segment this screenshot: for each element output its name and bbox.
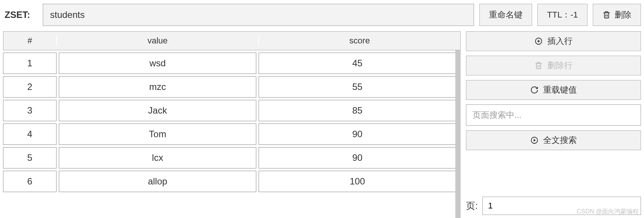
table-row[interactable]: 3Jack85 xyxy=(3,100,461,121)
table-row[interactable]: 5lcx90 xyxy=(3,147,461,168)
fulltext-search-button[interactable]: 全文搜索 xyxy=(466,130,641,150)
table-row[interactable]: 2mzc55 xyxy=(3,76,461,98)
table-pane: # value score 1wsd452mzc553Jack854Tom905… xyxy=(3,31,461,218)
col-index[interactable]: # xyxy=(3,36,57,46)
cell-value: mzc xyxy=(59,76,256,98)
scrollbar[interactable] xyxy=(455,50,461,218)
cell-index: 4 xyxy=(3,123,57,145)
page-label: 页: xyxy=(466,200,478,212)
reload-button[interactable]: 重载键值 xyxy=(466,80,641,100)
page-number-input[interactable] xyxy=(482,197,641,215)
side-panel: 插入行 删除行 重载键值 全文搜索 xyxy=(466,31,641,218)
play-circle-icon xyxy=(530,136,539,144)
insert-row-label: 插入行 xyxy=(547,35,573,47)
cell-score: 55 xyxy=(259,76,456,98)
table-row[interactable]: 6allop100 xyxy=(3,171,461,192)
insert-row-button[interactable]: 插入行 xyxy=(466,31,641,51)
ttl-label: TTL：-1 xyxy=(547,9,578,21)
rename-label: 重命名键 xyxy=(489,9,523,21)
cell-score: 100 xyxy=(259,171,456,192)
delete-row-label: 删除行 xyxy=(547,60,573,71)
delete-key-button[interactable]: 删除 xyxy=(593,4,641,26)
cell-score: 45 xyxy=(259,53,456,74)
plus-circle-icon xyxy=(534,37,543,45)
col-value[interactable]: value xyxy=(57,36,259,46)
delete-label: 删除 xyxy=(615,9,631,21)
table-body: 1wsd452mzc553Jack854Tom905lcx906allop100 xyxy=(3,50,461,218)
table-row[interactable]: 1wsd45 xyxy=(3,53,461,74)
cell-score: 90 xyxy=(259,147,456,168)
table-header: # value score xyxy=(3,31,461,50)
cell-index: 2 xyxy=(3,76,57,98)
cell-value: Tom xyxy=(59,123,256,145)
cell-score: 90 xyxy=(259,123,456,145)
trash-icon xyxy=(602,11,611,19)
page-search-input[interactable] xyxy=(466,104,641,126)
cell-value: wsd xyxy=(59,53,256,74)
trash-icon xyxy=(534,61,543,70)
key-type-label: ZSET: xyxy=(3,10,37,20)
cell-value: Jack xyxy=(59,100,256,121)
rename-key-button[interactable]: 重命名键 xyxy=(479,4,532,26)
cell-index: 5 xyxy=(3,147,57,168)
refresh-icon xyxy=(530,86,539,94)
top-bar: ZSET: 重命名键 TTL：-1 删除 xyxy=(3,4,641,26)
key-name-input[interactable] xyxy=(43,4,474,26)
cell-score: 85 xyxy=(259,100,456,121)
fulltext-search-label: 全文搜索 xyxy=(543,135,577,146)
delete-row-button[interactable]: 删除行 xyxy=(466,56,641,75)
cell-value: lcx xyxy=(59,147,256,168)
cell-index: 3 xyxy=(3,100,57,121)
cell-index: 1 xyxy=(3,53,57,74)
cell-index: 6 xyxy=(3,171,57,192)
table-row[interactable]: 4Tom90 xyxy=(3,123,461,145)
ttl-button[interactable]: TTL：-1 xyxy=(537,4,587,26)
cell-value: allop xyxy=(59,171,256,192)
reload-label: 重载键值 xyxy=(543,84,577,96)
scrollbar-thumb[interactable] xyxy=(455,50,461,218)
col-score[interactable]: score xyxy=(259,36,460,46)
main-area: # value score 1wsd452mzc553Jack854Tom905… xyxy=(3,31,641,218)
pagination: 页: xyxy=(466,197,641,218)
